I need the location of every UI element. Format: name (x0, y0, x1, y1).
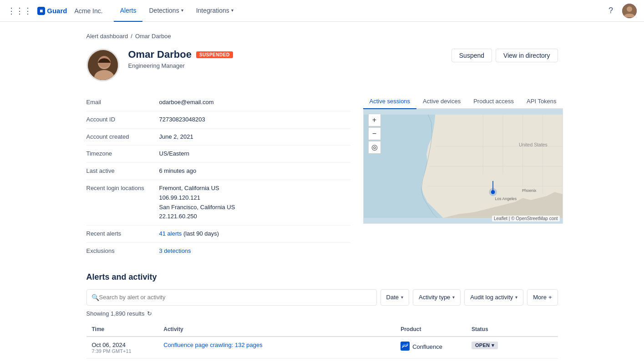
activity-type-chevron: ▾ (452, 295, 455, 300)
detections-chevron: ▾ (181, 8, 183, 13)
map-container: Los Angeles Phoenix United States + − ◎ … (363, 109, 563, 224)
info-account-created: Account created June 2, 2021 (86, 129, 350, 146)
breadcrumb-current: Omar Darboe (135, 33, 171, 40)
table-row: Oct 06, 2024 5:34 PM GMT+11 Viewed Confl… (86, 358, 558, 362)
map-locate[interactable]: ◎ (368, 141, 381, 154)
activity-table: Time Activity Product Status Oct 06, 202… (86, 322, 558, 362)
help-icon[interactable]: ? (609, 6, 613, 15)
guard-logo-icon: ■ (37, 7, 45, 15)
tab-api-tokens[interactable]: API Tokens (520, 94, 563, 109)
recent-alerts-label: Recent alerts (86, 229, 159, 239)
profile-header: Omar Darboe SUSPENDED Engineering Manage… (86, 49, 558, 81)
integrations-chevron: ▾ (231, 8, 233, 13)
info-last-active: Last active 6 minutes ago (86, 163, 350, 180)
exclusions-label: Exclusions (86, 246, 159, 256)
status-cell: OPEN ▾ (466, 337, 558, 359)
filters-bar: 🔍 Date ▾ Activity type ▾ Audit log activ… (86, 289, 558, 306)
exclusions-value: 3 detections (159, 246, 191, 256)
alerts-link[interactable]: 41 alerts (159, 230, 182, 237)
product-name: Confluence (412, 343, 442, 350)
map-svg: Los Angeles Phoenix United States (364, 109, 563, 223)
audit-log-filter[interactable]: Audit log activity ▾ (464, 289, 523, 306)
more-filters-button[interactable]: More + (527, 289, 558, 306)
recent-alerts-value: 41 alerts (last 90 days) (159, 229, 219, 239)
tab-active-devices[interactable]: Active devices (416, 94, 467, 109)
audit-log-chevron: ▾ (515, 295, 517, 300)
date-filter-label: Date (386, 294, 399, 301)
svg-text:United States: United States (518, 142, 547, 147)
tab-active-sessions[interactable]: Active sessions (363, 94, 417, 109)
col-activity: Activity (158, 322, 395, 337)
status-badge-open[interactable]: OPEN ▾ (472, 342, 498, 349)
profile-info: Omar Darboe SUSPENDED Engineering Manage… (128, 49, 451, 69)
search-icon: 🔍 (91, 294, 99, 301)
col-status: Status (466, 322, 558, 337)
col-product: Product (395, 322, 466, 337)
tabs-map-panel: Active sessions Active devices Product a… (363, 94, 563, 260)
section-title: Alerts and activity (86, 272, 558, 282)
map-attribution: Leaflet | © OpenStreetMap cont (492, 216, 560, 221)
results-count: Showing 1,890 results ↻ (86, 310, 558, 317)
info-panel: Email odarboe@email.com Account ID 72730… (86, 94, 350, 260)
activity-type-filter[interactable]: Activity type ▾ (413, 289, 461, 306)
svg-text:Phoenix: Phoenix (522, 188, 536, 193)
time-cell: Oct 06, 2024 5:34 PM GMT+11 (86, 358, 158, 362)
product-cell: Confluence (395, 358, 466, 362)
grid-icon[interactable]: ⋮⋮⋮ (7, 6, 32, 16)
avatar[interactable] (622, 4, 637, 18)
col-time: Time (86, 322, 158, 337)
company-name: Acme Inc. (74, 7, 102, 15)
profile-avatar (86, 49, 119, 81)
svg-point-1 (627, 6, 632, 12)
email-value: odarboe@email.com (159, 98, 214, 107)
account-created-value: June 2, 2021 (159, 132, 193, 142)
product-cell: Confluence (395, 337, 466, 359)
nav-detections[interactable]: Detections ▾ (142, 0, 189, 22)
nav-links: Alerts Detections ▾ Integrations ▾ (114, 0, 240, 22)
profile-name: Omar Darboe (128, 49, 192, 60)
date-filter-chevron: ▾ (401, 295, 403, 300)
product-info: Confluence (401, 342, 461, 352)
view-directory-button[interactable]: View in directory (496, 49, 558, 62)
nav-integrations[interactable]: Integrations ▾ (190, 0, 240, 22)
suspended-badge: SUSPENDED (196, 51, 233, 58)
map-zoom-out[interactable]: − (368, 127, 381, 140)
last-active-label: Last active (86, 166, 159, 176)
account-created-label: Account created (86, 132, 159, 142)
nav-alerts[interactable]: Alerts (114, 0, 143, 22)
suspend-button[interactable]: Suspend (451, 49, 492, 62)
login-locations-value: Fremont, California US106.99.120.121San … (159, 184, 235, 221)
profile-title: Engineering Manager (128, 62, 451, 69)
svg-text:Los Angeles: Los Angeles (495, 196, 517, 201)
info-email: Email odarboe@email.com (86, 94, 350, 111)
table-row: Oct 06, 2024 7:39 PM GMT+11 Confluence p… (86, 337, 558, 359)
login-locations-label: Recent login locations (86, 184, 159, 221)
exclusions-link[interactable]: 3 detections (159, 247, 191, 254)
tab-product-access[interactable]: Product access (467, 94, 520, 109)
app-logo[interactable]: ■ Guard (37, 7, 67, 15)
info-map-layout: Email odarboe@email.com Account ID 72730… (86, 94, 558, 260)
refresh-icon[interactable]: ↻ (147, 310, 152, 317)
breadcrumb-parent[interactable]: Alert dashboard (86, 33, 128, 40)
main-content: Alert dashboard / Omar Darboe Omar Darbo… (72, 22, 573, 362)
search-input[interactable] (99, 294, 372, 301)
timezone-value: US/Eastern (159, 149, 189, 159)
table-header-row: Time Activity Product Status (86, 322, 558, 337)
time-tz: 7:39 PM GMT+11 (92, 348, 153, 354)
map-zoom-in[interactable]: + (368, 114, 381, 126)
results-count-text: Showing 1,890 results (86, 310, 145, 317)
email-label: Email (86, 98, 159, 107)
timezone-label: Timezone (86, 149, 159, 159)
date-filter[interactable]: Date ▾ (380, 289, 409, 306)
top-navigation: ⋮⋮⋮ ■ Guard Acme Inc. Alerts Detections … (0, 0, 644, 22)
account-id-label: Account ID (86, 115, 159, 125)
info-account-id: Account ID 72730823048203 (86, 111, 350, 129)
last-active-value: 6 minutes ago (159, 166, 197, 176)
time-cell: Oct 06, 2024 7:39 PM GMT+11 (86, 337, 158, 359)
time-main: Oct 06, 2024 (92, 342, 153, 348)
activity-link[interactable]: Confluence page crawling: 132 pages (163, 342, 263, 348)
breadcrumb-separator: / (131, 33, 132, 40)
more-label: More (533, 294, 547, 301)
profile-name-row: Omar Darboe SUSPENDED (128, 49, 451, 60)
activity-type-label: Activity type (419, 294, 450, 301)
